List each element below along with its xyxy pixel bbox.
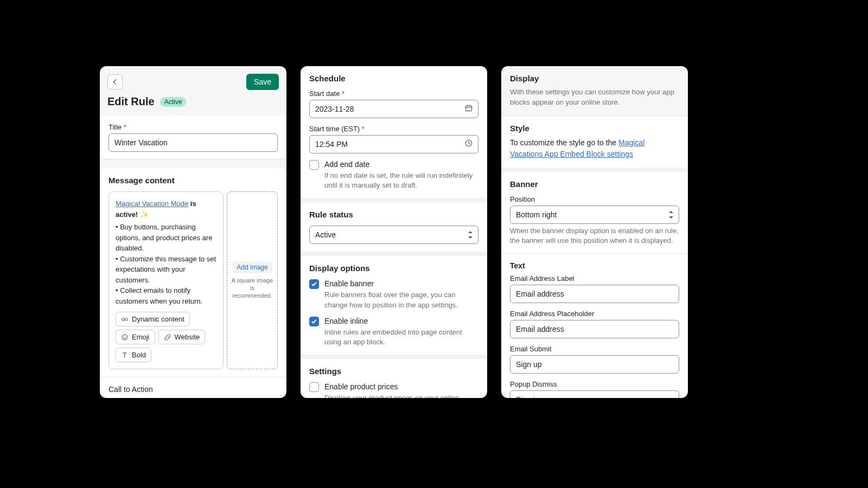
cta-heading: Call to Action <box>108 385 278 394</box>
enable-inline-checkbox[interactable] <box>309 317 319 326</box>
page-title: Edit Rule <box>107 95 155 108</box>
globe-icon <box>164 333 171 341</box>
email-label-input[interactable] <box>510 285 679 303</box>
settings-heading: Settings <box>309 367 478 376</box>
enable-inline-help: Inline rules are embedded into page cont… <box>324 328 478 347</box>
message-editor[interactable]: Magical Vacation Mode is active! ✨ • Buy… <box>108 191 224 369</box>
position-label: Position <box>510 195 679 203</box>
enable-prices-checkbox[interactable] <box>309 382 319 392</box>
style-text: To customize the style go to the <box>510 138 618 147</box>
link-icon <box>121 316 129 323</box>
edit-rule-panel: Save Edit Rule Active Title Message cont… <box>100 66 286 398</box>
smile-icon <box>121 333 129 341</box>
rule-status-select[interactable] <box>309 226 478 244</box>
style-heading: Style <box>510 124 679 133</box>
start-time-label: Start time (EST) <box>309 125 478 133</box>
svg-point-4 <box>125 336 126 337</box>
text-icon <box>121 351 129 359</box>
bold-button[interactable]: Bold <box>116 348 151 362</box>
schedule-panel: Schedule Start date Start time (EST) <box>301 66 487 398</box>
status-badge: Active <box>160 97 187 107</box>
email-submit-label: Email Submit <box>510 345 679 353</box>
email-placeholder-label: Email Address Placeholder <box>510 310 679 318</box>
display-panel: Display With these settings you can cust… <box>501 66 688 398</box>
image-dropzone[interactable]: Add image A square image is recommended. <box>227 191 278 369</box>
svg-rect-0 <box>122 318 124 320</box>
title-label: Title <box>108 123 278 131</box>
sparkle-icon: ✨ <box>140 210 149 219</box>
arrow-left-icon <box>111 78 119 86</box>
popup-dismiss-label: Popup Dismiss <box>510 380 679 388</box>
email-placeholder-input[interactable] <box>510 320 679 338</box>
back-button[interactable] <box>107 74 123 89</box>
website-button[interactable]: Website <box>158 330 206 344</box>
add-image-button[interactable]: Add image <box>232 261 272 273</box>
dynamic-content-button[interactable]: Dynamic content <box>116 312 190 326</box>
emoji-button[interactable]: Emoji <box>116 330 155 344</box>
clock-icon[interactable] <box>464 139 473 150</box>
text-heading: Text <box>510 261 679 270</box>
email-submit-input[interactable] <box>510 355 679 374</box>
popup-dismiss-input[interactable] <box>510 390 679 398</box>
title-input[interactable] <box>108 133 278 152</box>
add-end-date-label: Add end date <box>324 160 478 169</box>
start-time-input[interactable] <box>309 135 478 153</box>
enable-prices-help: Displays your product prices on your onl… <box>324 393 478 398</box>
display-options-heading: Display options <box>309 264 478 273</box>
position-select[interactable] <box>510 206 679 224</box>
add-end-date-checkbox[interactable] <box>309 160 319 170</box>
enable-inline-label: Enable inline <box>324 317 478 325</box>
schedule-heading: Schedule <box>309 74 478 83</box>
svg-rect-1 <box>125 318 127 320</box>
save-button[interactable]: Save <box>246 74 279 90</box>
svg-point-3 <box>124 336 124 337</box>
enable-banner-label: Enable banner <box>324 279 478 288</box>
enable-banner-help: Rule banners float over the page, you ca… <box>324 290 478 310</box>
start-date-input[interactable] <box>309 100 478 118</box>
enable-banner-checkbox[interactable] <box>309 279 319 289</box>
svg-rect-5 <box>465 106 471 111</box>
image-hint: A square image is recommended. <box>231 277 274 300</box>
rule-status-heading: Rule status <box>309 210 478 219</box>
enable-prices-label: Enable product prices <box>324 382 478 391</box>
start-date-label: Start date <box>309 89 478 98</box>
display-heading: Display <box>510 74 679 83</box>
calendar-icon[interactable] <box>464 104 473 114</box>
message-link[interactable]: Magical Vacation Mode <box>116 200 188 208</box>
position-help: When the banner display option is enable… <box>510 226 679 246</box>
banner-heading: Banner <box>510 179 679 189</box>
add-end-date-help: If no end date is set, the rule will run… <box>324 171 478 190</box>
email-label-label: Email Address Label <box>510 274 679 282</box>
display-sub: With these settings you can customize ho… <box>510 87 679 108</box>
svg-point-2 <box>122 335 127 340</box>
message-content-heading: Message content <box>108 176 278 185</box>
